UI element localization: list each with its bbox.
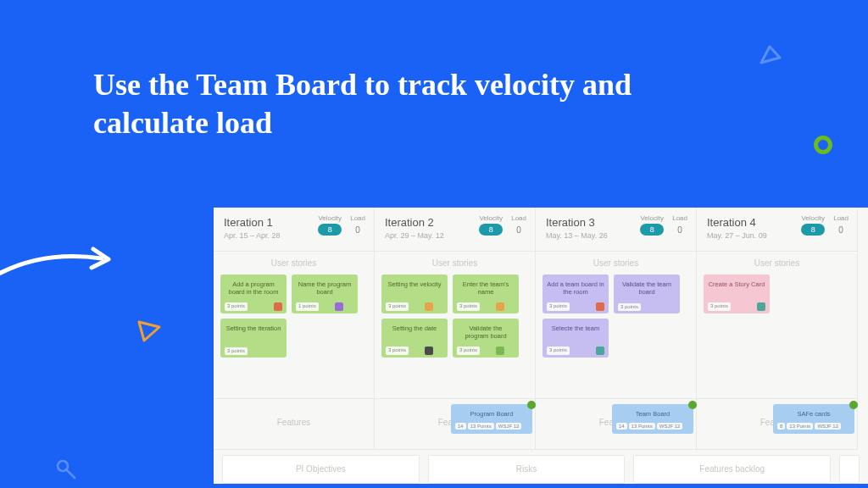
card-text: Add a team board in the room: [547, 279, 604, 299]
stories-area[interactable]: Create a Story Card3 points: [697, 271, 857, 398]
feature-chip: 13 Points: [787, 423, 813, 430]
svg-marker-1: [139, 322, 159, 341]
user-stories-label: User stories: [536, 252, 696, 271]
story-card[interactable]: Name the program board1 points: [292, 274, 358, 313]
iteration-header[interactable]: Iteration 3May. 13 – May. 26Velocity8Loa…: [536, 208, 696, 252]
link-dot-icon: [688, 401, 697, 409]
card-text: Add a program board in the room: [225, 279, 282, 299]
feature-card[interactable]: Team Board1413 PointsWSJF 12: [612, 404, 693, 434]
bottom-section[interactable]: Risks: [428, 455, 626, 484]
stories-area[interactable]: Setting the velocity3 pointsEnter the te…: [375, 271, 535, 398]
points-chip: 3 points: [708, 302, 731, 310]
iteration-header[interactable]: Iteration 4May. 27 – Jun. 09Velocity8Loa…: [697, 208, 857, 252]
tag-chip: [757, 302, 765, 311]
velocity-pill[interactable]: 8: [801, 224, 825, 236]
iteration-column: Iteration 3May. 13 – May. 26Velocity8Loa…: [536, 208, 697, 399]
points-chip: 1 points: [296, 302, 319, 310]
story-card[interactable]: Setting the date3 points: [381, 319, 448, 358]
features-cell[interactable]: FeaturesProgram Board1413 PointsWSJF 12: [375, 399, 536, 450]
user-stories-label: User stories: [214, 252, 374, 271]
page-headline: Use the Team Board to track velocity and…: [93, 66, 636, 142]
velocity-metric: Velocity8: [318, 214, 342, 236]
feature-text: Team Board: [616, 408, 689, 423]
tag-chip: [274, 302, 282, 311]
card-text: Selecte the team: [547, 323, 604, 336]
load-metric: Load0: [672, 214, 687, 236]
decoration-circle-icon: [814, 136, 832, 154]
velocity-metric: Velocity8: [479, 214, 503, 236]
points-chip: 3 points: [618, 303, 641, 311]
story-card[interactable]: Setting the iteration3 points: [220, 319, 287, 358]
story-card[interactable]: Create a Story Card3 points: [704, 274, 770, 313]
card-text: Setting the iteration: [225, 323, 282, 336]
iteration-column: Iteration 4May. 27 – Jun. 09Velocity8Loa…: [697, 208, 858, 399]
story-card[interactable]: Selecte the team3 points: [542, 319, 609, 358]
bottom-section[interactable]: PI Objectives: [222, 455, 420, 484]
points-chip: 3 points: [386, 347, 409, 354]
card-text: Setting the date: [386, 323, 443, 336]
features-cell[interactable]: FeaturesSAFe cards813 PointsWSJF 12: [697, 399, 858, 450]
tag-chip: [506, 302, 515, 311]
decoration-triangle-blue-icon: [758, 44, 783, 69]
card-text: Create a Story Card: [708, 279, 765, 291]
points-chip: 3 points: [457, 302, 480, 310]
iteration-column: Iteration 2Apr. 29 – May. 12Velocity8Loa…: [375, 208, 536, 399]
features-cell[interactable]: FeaturesTeam Board1413 PointsWSJF 12: [536, 399, 697, 450]
feature-chip: 8: [777, 423, 785, 430]
bottom-section[interactable]: [839, 455, 860, 484]
card-text: Validate the team board: [618, 279, 676, 299]
feature-chip: WSJF 12: [496, 423, 522, 430]
points-chip: 3 points: [386, 302, 409, 310]
link-dot-icon: [527, 401, 536, 409]
velocity-pill[interactable]: 8: [479, 224, 503, 236]
tag-chip: [496, 347, 504, 355]
tag-chip: [435, 347, 443, 355]
features-label: Features: [222, 404, 365, 427]
card-text: Setting the velocity: [386, 279, 443, 291]
story-card[interactable]: Setting the velocity3 points: [381, 274, 448, 313]
feature-chip: 13 Points: [629, 423, 655, 430]
feature-text: Program Board: [455, 408, 528, 423]
user-stories-label: User stories: [375, 252, 535, 271]
feature-chip: WSJF 12: [657, 423, 683, 430]
velocity-pill[interactable]: 8: [640, 224, 664, 236]
stories-area[interactable]: Add a program board in the room3 pointsN…: [214, 271, 374, 398]
feature-card[interactable]: SAFe cards813 PointsWSJF 12: [773, 404, 854, 434]
tag-chip: [506, 347, 515, 355]
velocity-metric: Velocity8: [640, 214, 664, 236]
features-cell[interactable]: Features: [214, 399, 375, 450]
tag-chip: [335, 302, 343, 311]
load-metric: Load0: [350, 214, 365, 236]
points-chip: 3 points: [225, 302, 248, 310]
card-text: Enter the team's name: [457, 279, 515, 299]
feature-chip: 14: [455, 423, 466, 430]
story-card[interactable]: Validate the team board3 points: [614, 274, 680, 313]
tag-chip: [596, 302, 604, 311]
decoration-arrow-icon: [0, 237, 127, 288]
bottom-section[interactable]: Features backlog: [633, 455, 831, 484]
tag-chip: [345, 302, 353, 311]
feature-chip: WSJF 12: [815, 423, 841, 430]
velocity-pill[interactable]: 8: [318, 224, 342, 236]
decoration-triangle-orange-icon: [134, 315, 163, 344]
tag-chip: [425, 347, 433, 355]
story-card[interactable]: Validate the program board3 points: [453, 319, 519, 358]
load-metric: Load0: [833, 214, 849, 236]
points-chip: 3 points: [547, 302, 570, 310]
feature-chip: 13 Points: [468, 423, 494, 430]
iteration-header[interactable]: Iteration 2Apr. 29 – May. 12Velocity8Loa…: [375, 208, 535, 252]
story-card[interactable]: Enter the team's name3 points: [453, 274, 519, 313]
tag-chip: [596, 347, 604, 355]
stories-area[interactable]: Add a team board in the room3 pointsVali…: [536, 271, 696, 398]
iteration-header[interactable]: Iteration 1Apr. 15 – Apr. 28Velocity8Loa…: [214, 208, 374, 252]
tag-chip: [425, 302, 433, 311]
feature-card[interactable]: Program Board1413 PointsWSJF 12: [451, 404, 532, 434]
svg-line-3: [66, 469, 75, 478]
story-card[interactable]: Add a team board in the room3 points: [542, 274, 609, 313]
velocity-metric: Velocity8: [801, 214, 825, 236]
feature-text: SAFe cards: [777, 408, 850, 423]
tag-chip: [435, 302, 443, 311]
card-text: Name the program board: [296, 279, 353, 299]
feature-chip: 14: [616, 423, 627, 430]
story-card[interactable]: Add a program board in the room3 points: [220, 274, 287, 313]
